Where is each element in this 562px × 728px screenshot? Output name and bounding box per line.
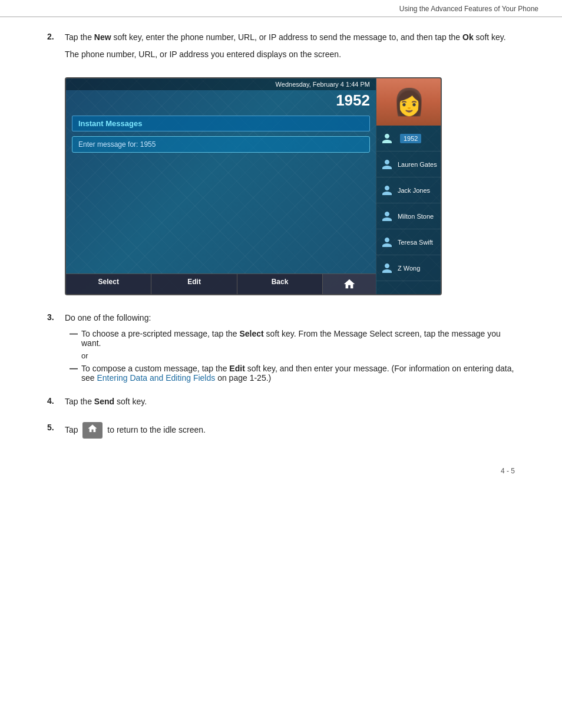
phone-sidebar: 👩 1952	[376, 78, 441, 294]
or-separator: or	[81, 351, 515, 360]
phone-main: Wednesday, February 4 1:44 PM 1952 Insta…	[66, 78, 376, 294]
phone-datetime: Wednesday, February 4 1:44 PM	[276, 81, 370, 88]
person-icon-4	[381, 236, 393, 248]
contact-jack-jones[interactable]: Jack Jones	[376, 177, 441, 203]
select-softkey[interactable]: Select	[66, 274, 151, 294]
new-key-label: New	[94, 32, 111, 42]
contact-icon-4	[379, 234, 395, 251]
step-5-para: Tap to return to the idle screen.	[65, 422, 515, 439]
step-5-text: Tap to return to the idle screen.	[65, 422, 515, 443]
phone-softkeys: Select Edit Back	[66, 274, 376, 294]
page-number: 4 - 5	[47, 467, 515, 475]
step-4-para: Tap the Send soft key.	[65, 396, 515, 408]
step-3-option1: — To choose a pre-scripted message, tap …	[65, 329, 515, 348]
step-5-block: 5. Tap to return to the idle screen.	[47, 422, 515, 443]
option1-text: To choose a pre-scripted message, tap th…	[81, 329, 515, 348]
step-3-intro: Do one of the following:	[65, 312, 515, 324]
page-header: Using the Advanced Features of Your Phon…	[0, 0, 562, 17]
person-icon-5	[381, 262, 393, 274]
page-content: 2. Tap the New soft key, enter the phone…	[0, 17, 562, 499]
contact-name-1: Lauren Gates	[398, 161, 438, 168]
step-2-para: Tap the New soft key, enter the phone nu…	[65, 31, 515, 44]
phone-screen-wrapper: Wednesday, February 4 1:44 PM 1952 Insta…	[65, 77, 515, 295]
contact-self[interactable]: 1952	[376, 126, 441, 151]
dash-1: —	[70, 329, 81, 348]
home-softkey[interactable]	[323, 274, 376, 294]
instant-messages-label: Instant Messages	[78, 119, 142, 128]
dash-2: —	[70, 364, 81, 383]
edit-softkey[interactable]: Edit	[151, 274, 237, 294]
person-icon-2	[381, 185, 393, 196]
person-icon-3	[381, 210, 393, 222]
step-2-number: 2.	[47, 31, 65, 65]
home-icon-inline	[87, 423, 98, 434]
person-icon	[381, 133, 393, 144]
home-icon	[343, 278, 356, 291]
contact-name-3: Milton Stone	[398, 213, 438, 220]
contact-icon-2	[379, 182, 395, 199]
instant-messages-bar: Instant Messages	[72, 116, 370, 131]
step-4-block: 4. Tap the Send soft key.	[47, 396, 515, 413]
contact-milton-stone[interactable]: Milton Stone	[376, 203, 441, 229]
step-2-text: Tap the New soft key, enter the phone nu…	[65, 31, 515, 65]
avatar-face: 👩	[376, 78, 441, 126]
phone-topbar: Wednesday, February 4 1:44 PM	[66, 78, 376, 90]
home-button-inline[interactable]	[82, 422, 103, 439]
avatar-emoji: 👩	[393, 87, 425, 117]
contact-icon-1	[379, 156, 395, 173]
contact-name-4: Teresa Swift	[398, 239, 438, 246]
person-icon-1	[381, 159, 393, 170]
contact-z-wong[interactable]: Z Wong	[376, 255, 441, 281]
message-input-area: Enter message for: 1955	[72, 136, 370, 153]
contact-icon-3	[379, 208, 395, 225]
step-2-follow: The phone number, URL, or IP address you…	[65, 48, 515, 61]
self-number-badge: 1952	[400, 134, 421, 143]
step-5-number: 5.	[47, 422, 65, 443]
entering-data-link[interactable]: Entering Data and Editing Fields	[97, 373, 215, 383]
contact-icon-self	[379, 130, 395, 147]
contact-name-2: Jack Jones	[398, 187, 438, 194]
contact-name-5: Z Wong	[398, 265, 438, 272]
contact-teresa-swift[interactable]: Teresa Swift	[376, 229, 441, 255]
step-4-text: Tap the Send soft key.	[65, 396, 515, 413]
step-3-number: 3.	[47, 312, 65, 386]
back-softkey[interactable]: Back	[237, 274, 323, 294]
step-4-number: 4.	[47, 396, 65, 413]
step-3-text: Do one of the following: — To choose a p…	[65, 312, 515, 386]
select-key-ref: Select	[239, 329, 263, 338]
step-2-block: 2. Tap the New soft key, enter the phone…	[47, 31, 515, 65]
main-avatar: 👩	[376, 78, 441, 126]
ok-key-label: Ok	[462, 32, 474, 42]
message-input-box[interactable]: Enter message for: 1955	[72, 136, 370, 153]
option2-text: To compose a custom message, tap the Edi…	[81, 364, 515, 383]
step-3-block: 3. Do one of the following: — To choose …	[47, 312, 515, 386]
phone-clock: 1952	[66, 90, 376, 112]
contact-lauren-gates[interactable]: Lauren Gates	[376, 151, 441, 177]
send-key-label: Send	[94, 397, 114, 406]
step-3-option2: — To compose a custom message, tap the E…	[65, 364, 515, 383]
contact-icon-5	[379, 260, 395, 276]
header-title: Using the Advanced Features of Your Phon…	[399, 5, 538, 13]
phone-screen: Wednesday, February 4 1:44 PM 1952 Insta…	[65, 77, 442, 295]
edit-key-ref: Edit	[229, 364, 244, 373]
